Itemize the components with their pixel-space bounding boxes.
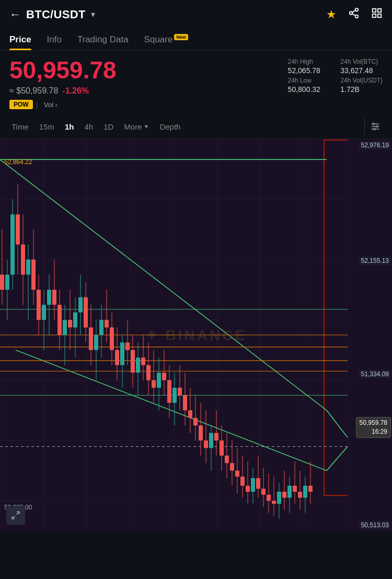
- svg-rect-5: [373, 9, 376, 12]
- svg-rect-7: [373, 14, 376, 17]
- header-left: ← BTC/USDT ▾: [9, 8, 95, 21]
- main-price: 50,959.78: [9, 58, 288, 82]
- vol-btc-value: 33,627.48: [340, 66, 383, 75]
- time-selector[interactable]: Time: [6, 118, 34, 135]
- svg-point-1: [350, 11, 353, 15]
- svg-line-3: [352, 14, 355, 16]
- svg-line-16: [12, 516, 15, 518]
- tabs-bar: Price Info Trading Data SquareNew: [0, 29, 392, 51]
- tf-4h[interactable]: 4h: [79, 118, 98, 135]
- price-section: 50,959.78 ≈ $50,959.78 -1.26% POW | Vol …: [0, 51, 392, 115]
- price-label-mid2: 51,334.09: [359, 370, 391, 378]
- stat-vol-usdt: 24h Vol(USDT) 1.72B: [340, 77, 383, 94]
- more-button[interactable]: More ▼: [119, 118, 154, 135]
- grid-icon[interactable]: [371, 7, 383, 21]
- tab-square[interactable]: SquareNew: [144, 29, 188, 50]
- vol-usdt-value: 1.72B: [340, 85, 383, 94]
- svg-point-14: [374, 128, 375, 130]
- svg-line-15: [17, 512, 19, 514]
- svg-point-13: [376, 125, 378, 127]
- svg-point-2: [355, 15, 359, 18]
- pow-tag[interactable]: POW: [9, 100, 33, 109]
- tf-1d[interactable]: 1D: [98, 118, 119, 135]
- price-left: 50,959.78 ≈ $50,959.78 -1.26% POW | Vol …: [9, 58, 288, 110]
- stat-low: 24h Low 50,800.32: [288, 77, 330, 94]
- price-label-top: 52,976.19: [359, 141, 391, 149]
- chart-toolbar: Time 15m 1h 4h 1D More ▼ Depth: [0, 115, 392, 139]
- svg-rect-6: [378, 9, 381, 12]
- header-icons: ★: [326, 7, 383, 21]
- chart-area[interactable]: 52,976.19 52,155.13 51,334.09 50,959.78 …: [0, 139, 392, 531]
- svg-point-0: [355, 8, 359, 11]
- pair-title[interactable]: BTC/USDT: [26, 8, 86, 21]
- high-label: 24h High: [288, 58, 330, 65]
- vol-btc-label: 24h Vol(BTC): [340, 58, 383, 65]
- left-label-top: 52,864.22: [4, 158, 32, 166]
- watermark: ✦ BINANCE: [145, 326, 247, 343]
- svg-line-4: [352, 10, 355, 13]
- share-icon[interactable]: [348, 7, 360, 21]
- vol-usdt-label: 24h Vol(USDT): [340, 77, 383, 84]
- square-badge: New: [174, 34, 188, 40]
- high-value: 52,065.78: [288, 66, 330, 75]
- tab-trading-data[interactable]: Trading Data: [77, 29, 129, 50]
- price-stats: 24h High 52,065.78 24h Vol(BTC) 33,627.4…: [288, 58, 383, 94]
- price-label-bottom: 50,513.03: [359, 521, 391, 529]
- depth-button[interactable]: Depth: [154, 118, 186, 135]
- price-change: -1.26%: [62, 86, 89, 96]
- price-label-mid1: 52,155.13: [359, 257, 391, 265]
- tf-15m[interactable]: 15m: [34, 118, 60, 135]
- approx-price: ≈ $50,959.78: [9, 86, 58, 96]
- back-button[interactable]: ←: [9, 8, 21, 21]
- price-tags: POW | Vol ›: [9, 100, 288, 110]
- price-sub: ≈ $50,959.78 -1.26%: [9, 86, 288, 96]
- low-label: 24h Low: [288, 77, 330, 84]
- tf-1h[interactable]: 1h: [60, 118, 79, 135]
- svg-point-12: [373, 123, 374, 124]
- settings-button[interactable]: [364, 118, 386, 135]
- vol-tag[interactable]: Vol ›: [41, 100, 60, 110]
- tab-info[interactable]: Info: [47, 29, 62, 50]
- low-value: 50,800.32: [288, 85, 330, 94]
- dropdown-arrow-icon[interactable]: ▾: [91, 9, 95, 19]
- fullscreen-button[interactable]: [6, 506, 25, 525]
- stat-vol-btc: 24h Vol(BTC) 33,627.48: [340, 58, 383, 75]
- price-label-current: 50,959.78 16:29: [356, 417, 391, 438]
- favorite-icon[interactable]: ★: [326, 8, 337, 21]
- tag-separator: |: [36, 101, 38, 109]
- tab-price[interactable]: Price: [9, 29, 31, 50]
- stat-high: 24h High 52,065.78: [288, 58, 330, 75]
- svg-rect-8: [378, 14, 381, 17]
- header: ← BTC/USDT ▾ ★: [0, 0, 392, 29]
